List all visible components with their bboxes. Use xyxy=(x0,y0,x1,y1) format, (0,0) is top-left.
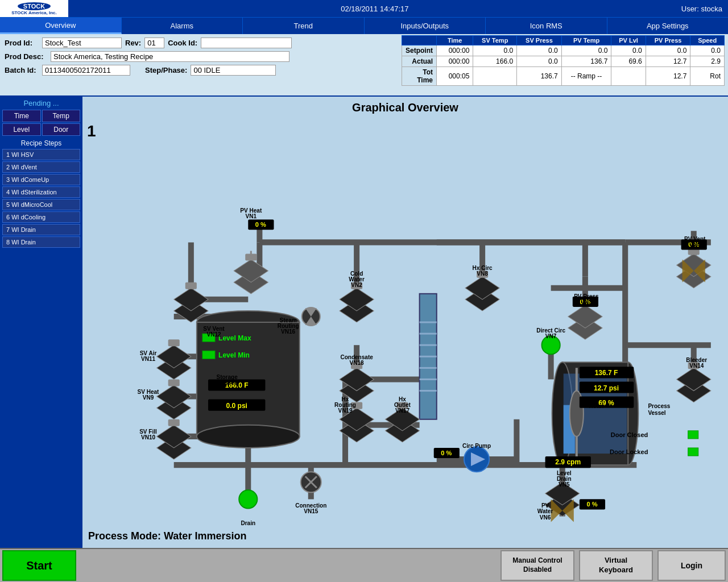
step-4[interactable]: 4 WI dSterilization xyxy=(2,186,80,198)
act-sv-temp: 166.0 xyxy=(473,56,517,67)
svg-text:12.7 psi: 12.7 psi xyxy=(594,384,619,392)
rev-label: Rev: xyxy=(125,39,141,47)
prod-desc-row: Prod Desc: xyxy=(5,51,394,62)
svg-rect-94 xyxy=(168,339,180,346)
step-8[interactable]: 8 WI Drain xyxy=(2,236,80,248)
tot-sv-press: 136.7 xyxy=(517,67,562,86)
svg-text:2.9 cpm: 2.9 cpm xyxy=(555,458,581,466)
tot-sv-temp xyxy=(473,67,517,86)
act-time: 000:00 xyxy=(437,56,473,67)
svg-rect-97 xyxy=(168,379,180,386)
svg-rect-123 xyxy=(688,448,698,456)
svg-text:VN15: VN15 xyxy=(304,508,318,514)
filter-door[interactable]: Door xyxy=(42,123,81,136)
tot-pv-lvl xyxy=(611,67,646,86)
graph-area: Graphical Overview 1 xyxy=(82,97,728,548)
filter-level[interactable]: Level xyxy=(2,123,41,136)
login-button[interactable]: Login xyxy=(657,550,726,581)
svg-text:VN17: VN17 xyxy=(395,408,410,414)
batch-id-row: Batch Id: Step/Phase: xyxy=(5,65,394,76)
svg-rect-122 xyxy=(688,431,698,439)
prod-id-label: Prod Id: xyxy=(5,39,39,47)
actual-label: Actual xyxy=(402,56,437,67)
nav-trend[interactable]: Trend xyxy=(243,18,365,34)
process-mode: Process Mode: Water Immersion xyxy=(88,530,246,542)
step-7[interactable]: 7 WI Drain xyxy=(2,224,80,235)
col-speed: Speed xyxy=(690,36,725,45)
sp-time: 000:00 xyxy=(437,45,473,56)
svg-text:VN1: VN1 xyxy=(246,213,257,219)
nav-app-settings[interactable]: App Settings xyxy=(607,18,729,34)
svg-text:VN5: VN5 xyxy=(559,481,570,488)
datetime: 02/18/2011 14:47:17 xyxy=(68,5,681,13)
act-sv-press: 0.0 xyxy=(517,56,562,67)
rev-input[interactable] xyxy=(144,38,164,48)
step-5[interactable]: 5 WI dMicroCool xyxy=(2,199,80,210)
prod-desc-label: Prod Desc: xyxy=(5,52,47,61)
prod-desc-input[interactable] xyxy=(51,51,289,62)
svg-rect-47 xyxy=(202,351,215,359)
svg-text:Level Max: Level Max xyxy=(218,334,251,342)
diagram-svg: Level Max Level Min 166.0 F 0.0 psi 136.… xyxy=(82,119,728,525)
svg-text:Circ Pump: Circ Pump xyxy=(462,443,491,449)
pending-label: Pending ... xyxy=(2,99,80,107)
svg-point-44 xyxy=(197,425,300,448)
nav-alarms[interactable]: Alarms xyxy=(122,18,243,34)
cook-id-input[interactable] xyxy=(201,38,292,48)
setpoint-label: Setpoint xyxy=(402,45,437,56)
svg-text:VN11: VN11 xyxy=(141,356,156,362)
svg-text:Vessel: Vessel xyxy=(218,380,235,386)
svg-text:0.0 psi: 0.0 psi xyxy=(226,402,247,410)
batch-id-input[interactable] xyxy=(42,65,130,76)
svg-text:0 %: 0 % xyxy=(441,450,452,456)
start-button[interactable]: Start xyxy=(2,550,76,581)
step-2[interactable]: 2 WI dVent xyxy=(2,161,80,173)
svg-text:0 %: 0 % xyxy=(255,221,266,228)
svg-text:VN19: VN19 xyxy=(338,408,353,414)
svg-text:VN12: VN12 xyxy=(206,331,221,338)
svg-text:Door Closed: Door Closed xyxy=(611,431,648,438)
filter-temp[interactable]: Temp xyxy=(42,110,81,122)
svg-text:VN4: VN4 xyxy=(689,242,701,248)
svg-text:Door Locked: Door Locked xyxy=(610,448,648,455)
step-phase-input[interactable] xyxy=(191,65,276,76)
prod-id-input[interactable] xyxy=(42,38,122,48)
manual-control-button[interactable]: Manual ControlDisabled xyxy=(500,550,574,581)
bottom-bar: Start Manual ControlDisabled VirtualKeyb… xyxy=(0,548,728,582)
sp-pv-temp: 0.0 xyxy=(561,45,611,56)
svg-text:Rotor: Rotor xyxy=(589,403,605,409)
tot-time: 000:05 xyxy=(437,67,473,86)
logo-area: STOCK STOCK America, Inc. xyxy=(0,0,68,17)
act-pv-press: 12.7 xyxy=(646,56,690,67)
act-speed: 2.9 xyxy=(690,56,725,67)
step-1[interactable]: 1 WI HSV xyxy=(2,149,80,160)
svg-text:VN6: VN6 xyxy=(540,514,551,521)
main-content: Pending ... Time Temp Level Door Recipe … xyxy=(0,97,728,548)
virtual-keyboard-button[interactable]: VirtualKeyboard xyxy=(579,550,653,581)
col-sv-temp: SV Temp xyxy=(473,36,517,45)
col-time: Time xyxy=(437,36,473,45)
header-info: Prod Id: Rev: Cook Id: Prod Desc: Batch … xyxy=(0,34,728,97)
col-pv-lvl: PV Lvl xyxy=(611,36,646,45)
tot-pv-temp: -- Ramp -- xyxy=(561,67,611,86)
filter-time[interactable]: Time xyxy=(2,110,41,122)
svg-text:VN8: VN8 xyxy=(477,271,488,277)
nav-overview[interactable]: Overview xyxy=(0,18,122,34)
nav-bar: Overview Alarms Trend Inputs/Outputs Ico… xyxy=(0,17,728,34)
svg-text:VN18: VN18 xyxy=(350,360,365,366)
header-right: Time SV Temp SV Press PV Temp PV Lvl PV … xyxy=(398,34,728,95)
nav-icon-rms[interactable]: Icon RMS xyxy=(486,18,607,34)
svg-text:VN14: VN14 xyxy=(689,363,704,369)
sp-speed: 0.0 xyxy=(690,45,725,56)
tot-speed: Rot xyxy=(690,67,725,86)
svg-text:0 %: 0 % xyxy=(586,501,597,508)
nav-io[interactable]: Inputs/Outputs xyxy=(365,18,486,34)
step-6[interactable]: 6 WI dCooling xyxy=(2,211,80,223)
prod-id-row: Prod Id: Rev: Cook Id: xyxy=(5,38,394,48)
step-3[interactable]: 3 WI dComeUp xyxy=(2,174,80,185)
col-sv-press: SV Press xyxy=(517,36,562,45)
svg-text:VN3: VN3 xyxy=(581,299,592,305)
tot-pv-press: 12.7 xyxy=(646,67,690,86)
sp-pv-lvl: 0.0 xyxy=(611,45,646,56)
recipe-steps-label: Recipe Steps xyxy=(2,139,80,147)
